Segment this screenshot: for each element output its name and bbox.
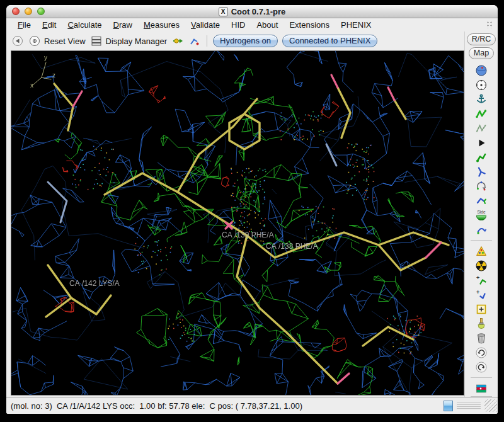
- undo-icon[interactable]: [474, 346, 488, 359]
- go-arrow-icon[interactable]: [171, 35, 184, 47]
- toolbar-grip[interactable]: [486, 21, 493, 28]
- menu-measures[interactable]: Measures: [139, 19, 185, 31]
- menu-extensions[interactable]: Extensions: [284, 19, 335, 31]
- regularize-zone-icon[interactable]: [474, 122, 488, 135]
- place-atom-icon[interactable]: [474, 302, 488, 316]
- phenix-connection-button[interactable]: Connected to PHENIX: [282, 35, 377, 47]
- rotamer-icon[interactable]: [474, 165, 488, 178]
- statusbar: (mol. no: 3) CA /1/A/142 LYS occ: 1.00 b…: [6, 397, 498, 414]
- flag-icon[interactable]: [474, 382, 488, 395]
- display-manager-icon[interactable]: [90, 35, 103, 47]
- rrc-button[interactable]: R/RC: [467, 33, 496, 45]
- brush-icon[interactable]: [474, 317, 488, 330]
- edit-chi-icon[interactable]: [474, 180, 488, 193]
- status-text: (mol. no: 3) CA /1/A/142 LYS occ: 1.00 b…: [11, 401, 440, 411]
- titlebar[interactable]: X Coot 0.7.1-pre: [6, 5, 498, 18]
- menu-draw[interactable]: Draw: [108, 19, 137, 31]
- auto-fit-rotamer-icon[interactable]: [474, 151, 488, 164]
- recentre-target-icon[interactable]: [474, 78, 488, 91]
- zoom-button[interactable]: [37, 8, 45, 15]
- recentre-icon[interactable]: [28, 35, 41, 47]
- menu-validate[interactable]: Validate: [186, 19, 225, 31]
- window-title-area: X Coot 0.7.1-pre: [6, 7, 498, 16]
- coot-window: X Coot 0.7.1-pre FileEditCalculateDrawMe…: [6, 5, 498, 414]
- menubar: FileEditCalculateDrawMeasuresValidateHID…: [6, 18, 498, 31]
- left-column: Reset View Display Manager Hydrogens on …: [6, 31, 464, 397]
- side-icon[interactable]: Side: [474, 208, 488, 222]
- status-slider[interactable]: [457, 402, 481, 409]
- menu-phenix[interactable]: PHENIX: [336, 19, 376, 31]
- svg-text:+: +: [476, 275, 479, 281]
- back-icon[interactable]: [11, 35, 24, 47]
- flip-peptide-icon[interactable]: [474, 223, 488, 236]
- svg-text:+: +: [476, 289, 479, 295]
- toolbar-separator: [471, 240, 492, 241]
- rsr-zone-icon[interactable]: [474, 107, 488, 120]
- minimize-button[interactable]: [25, 8, 32, 15]
- map-sphere-icon[interactable]: [474, 64, 488, 77]
- menu-about[interactable]: About: [251, 19, 283, 31]
- display-manager-button[interactable]: Display Manager: [106, 37, 168, 46]
- toolbar-separator: [207, 35, 207, 47]
- window-controls: [12, 8, 45, 15]
- viewport-frame: [6, 50, 464, 397]
- screen: X Coot 0.7.1-pre FileEditCalculateDrawMe…: [0, 0, 504, 422]
- redo-icon[interactable]: [474, 360, 488, 374]
- close-button[interactable]: [12, 8, 20, 15]
- x11-icon: X: [219, 7, 228, 16]
- anchor-icon[interactable]: [474, 93, 488, 106]
- menu-hid[interactable]: HID: [226, 19, 250, 31]
- main-content: Reset View Display Manager Hydrogens on …: [6, 31, 498, 397]
- mutate-icon[interactable]: [474, 244, 488, 258]
- window-title: Coot 0.7.1-pre: [231, 7, 286, 16]
- go-to-atom-icon[interactable]: [188, 35, 201, 47]
- toolbar-separator: [471, 377, 492, 378]
- resize-grip[interactable]: [484, 399, 497, 412]
- right-toolbar: R/RC Map Side++: [464, 31, 498, 397]
- map-button[interactable]: Map: [469, 47, 494, 59]
- molecular-viewport[interactable]: [11, 50, 464, 396]
- menu-calculate[interactable]: Calculate: [62, 19, 106, 31]
- delete-icon[interactable]: [474, 331, 488, 345]
- play-icon[interactable]: [474, 136, 488, 149]
- status-indicator: [444, 401, 453, 411]
- add-alt-conf-icon[interactable]: +: [474, 288, 488, 301]
- toolbar: Reset View Display Manager Hydrogens on …: [6, 31, 464, 50]
- add-terminal-icon[interactable]: +: [474, 273, 488, 287]
- flip-sidechain-icon[interactable]: [474, 194, 488, 207]
- simple-mutate-icon[interactable]: [474, 259, 488, 272]
- menu-edit[interactable]: Edit: [37, 19, 61, 31]
- reset-view-button[interactable]: Reset View: [44, 37, 86, 46]
- hydrogens-toggle-button[interactable]: Hydrogens on: [213, 35, 278, 47]
- menu-file[interactable]: File: [13, 19, 36, 31]
